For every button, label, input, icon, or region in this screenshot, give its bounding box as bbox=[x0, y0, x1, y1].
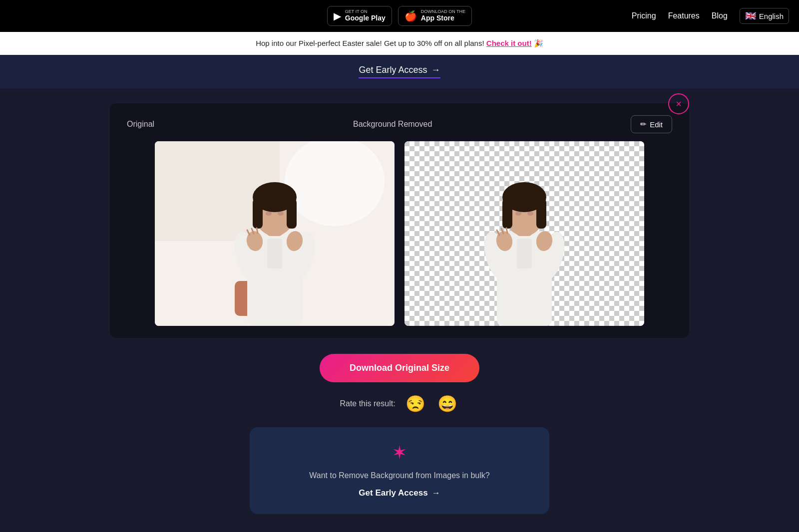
early-access-arrow: → bbox=[431, 65, 440, 75]
flag-icon: 🇬🇧 bbox=[745, 10, 756, 21]
banner-text: Hop into our Pixel-perfect Easter sale! … bbox=[256, 39, 484, 47]
google-play-store-name: Google Play bbox=[345, 14, 386, 22]
google-play-icon: ▶ bbox=[334, 10, 341, 22]
top-nav: ▶ GET IT ON Google Play 🍎 Download on th… bbox=[0, 0, 799, 32]
language-label: English bbox=[759, 12, 784, 20]
svg-rect-27 bbox=[517, 239, 532, 268]
banner-emoji: 🎉 bbox=[534, 39, 543, 47]
bulk-early-access-link[interactable]: Get Early Access → bbox=[359, 488, 440, 498]
nav-center: ▶ GET IT ON Google Play 🍎 Download on th… bbox=[327, 6, 472, 25]
close-button[interactable]: × bbox=[668, 93, 689, 114]
svg-rect-13 bbox=[287, 199, 297, 229]
edit-label: Edit bbox=[650, 120, 663, 129]
images-row bbox=[122, 141, 677, 326]
bulk-section: Want to Remove Background from Images in… bbox=[250, 427, 549, 514]
bulk-arrow: → bbox=[432, 488, 440, 498]
app-store-button[interactable]: 🍎 Download on the App Store bbox=[398, 6, 472, 25]
app-store-name: App Store bbox=[421, 14, 465, 22]
bulk-text: Want to Remove Background from Images in… bbox=[270, 471, 529, 480]
apple-icon: 🍎 bbox=[404, 10, 417, 22]
google-play-button[interactable]: ▶ GET IT ON Google Play bbox=[327, 6, 392, 25]
bg-removed-image-wrapper bbox=[404, 141, 644, 326]
svg-rect-33 bbox=[502, 199, 512, 229]
main-content: × Original Background Removed ✏ Edit bbox=[100, 88, 699, 524]
svg-rect-34 bbox=[536, 199, 546, 229]
early-access-link[interactable]: Get Early Access → bbox=[359, 65, 440, 78]
promo-banner: Hop into our Pixel-perfect Easter sale! … bbox=[0, 32, 799, 55]
close-icon: × bbox=[676, 98, 682, 110]
svg-rect-6 bbox=[267, 239, 282, 268]
original-image bbox=[155, 141, 395, 326]
edit-button[interactable]: ✏ Edit bbox=[631, 115, 672, 133]
comparison-header: Original Background Removed ✏ Edit bbox=[122, 115, 677, 133]
early-access-label: Get Early Access bbox=[359, 65, 427, 75]
rating-row: Rate this result: 😒 😄 bbox=[340, 392, 459, 415]
nav-right: Pricing Features Blog 🇬🇧 English bbox=[632, 8, 789, 24]
check-it-out-link[interactable]: Check it out! bbox=[486, 39, 532, 47]
blog-link[interactable]: Blog bbox=[712, 11, 728, 20]
pricing-link[interactable]: Pricing bbox=[632, 11, 656, 20]
svg-line-20 bbox=[257, 228, 258, 233]
early-access-bar: Get Early Access → bbox=[0, 55, 799, 88]
original-image-wrapper bbox=[155, 141, 395, 326]
svg-point-15 bbox=[278, 212, 284, 216]
svg-point-36 bbox=[527, 212, 533, 216]
features-link[interactable]: Features bbox=[668, 11, 700, 20]
bg-removed-image bbox=[404, 141, 644, 326]
svg-point-14 bbox=[266, 212, 272, 216]
edit-icon: ✏ bbox=[640, 120, 647, 129]
language-selector[interactable]: 🇬🇧 English bbox=[740, 8, 789, 24]
bad-rating-button[interactable]: 😒 bbox=[403, 392, 427, 415]
rating-label: Rate this result: bbox=[340, 399, 395, 408]
svg-line-41 bbox=[506, 228, 507, 233]
bulk-cta-label: Get Early Access bbox=[359, 488, 427, 498]
comparison-panel: Original Background Removed ✏ Edit bbox=[110, 103, 689, 338]
svg-point-35 bbox=[515, 212, 521, 216]
good-rating-button[interactable]: 😄 bbox=[435, 392, 459, 415]
original-label: Original bbox=[127, 120, 154, 129]
comparison-titles: Original Background Removed ✏ Edit bbox=[122, 115, 677, 133]
svg-rect-12 bbox=[253, 199, 263, 229]
download-button[interactable]: Download Original Size bbox=[320, 354, 479, 382]
download-section: Download Original Size Rate this result:… bbox=[110, 354, 689, 415]
bg-removed-label: Background Removed bbox=[353, 120, 432, 129]
bulk-icon bbox=[270, 443, 529, 465]
